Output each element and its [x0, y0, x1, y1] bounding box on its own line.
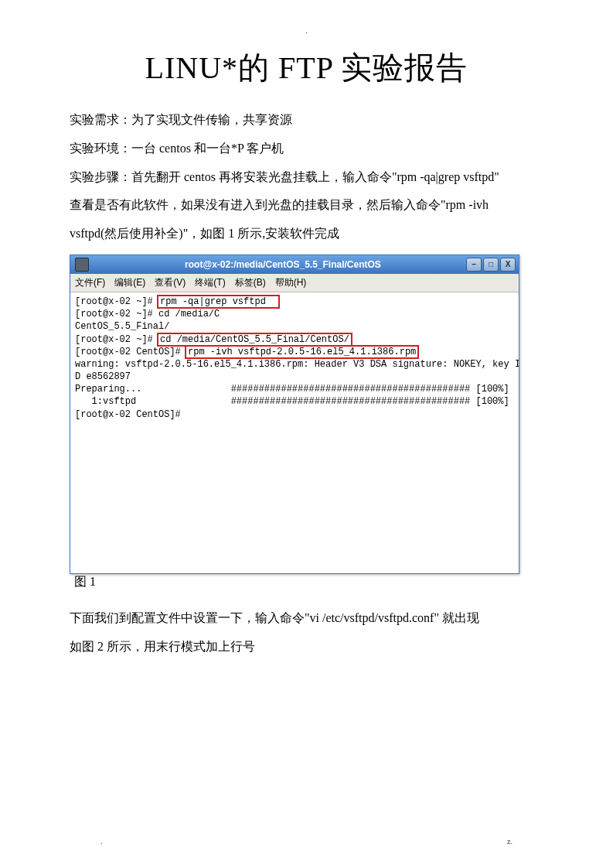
highlight-cmd-1: rpm -qa|grep vsftpd: [158, 296, 278, 307]
footer-dot: .: [100, 837, 103, 846]
term-line-9: 1:vsftpd ###############################…: [75, 396, 509, 407]
window-title: root@x-02:/media/CentOS_5.5_Final/CentOS: [94, 259, 519, 270]
menu-terminal[interactable]: 终端(T): [195, 276, 225, 289]
term-line-7: D e8562897: [75, 371, 131, 382]
page-title: LINU*的 FTP 实验报告: [70, 46, 543, 89]
top-marker: .: [305, 26, 308, 35]
para-config-line1: 下面我们到配置文件中设置一下，输入命令"vi /etc/vsftpd/vsftp…: [70, 604, 543, 633]
para-steps-line3: vsftpd(然后使用补全)"，如图 1 所示,安装软件完成: [70, 220, 543, 248]
term-line-2: [root@x-02 ~]# cd /media/C: [75, 309, 220, 320]
footer-z: z.: [507, 837, 513, 846]
figure-1-label: 图 1: [74, 574, 96, 590]
terminal-window: root@x-02:/media/CentOS_5.5_Final/CentOS…: [70, 255, 519, 574]
term-line-3: CentOS_5.5_Final/: [75, 321, 169, 332]
para-requirement: 实验需求：为了实现文件传输，共享资源: [70, 106, 543, 135]
term-line-10: [root@x-02 CentOS]#: [75, 409, 186, 420]
maximize-button[interactable]: □: [483, 258, 499, 272]
menubar: 文件(F) 编辑(E) 查看(V) 终端(T) 标签(B) 帮助(H): [70, 274, 519, 292]
para-steps-line1: 实验步骤：首先翻开 centos 再将安装光盘挂载上，输入命令"rpm -qa|…: [70, 163, 543, 192]
minimize-button[interactable]: –: [466, 258, 482, 272]
close-button[interactable]: X: [500, 258, 516, 272]
menu-tabs[interactable]: 标签(B): [235, 276, 266, 289]
term-line-1a: [root@x-02 ~]#: [75, 296, 158, 307]
para-steps-line2: 查看是否有此软件，如果没有进入到光盘的挂载目录，然后输入命令"rpm -ivh: [70, 191, 543, 220]
term-line-6: warning: vsftpd-2.0.5-16.el5_4.1.i386.rp…: [75, 359, 519, 370]
highlight-cmd-3: rpm -ivh vsftpd-2.0.5-16.el5_4.1.i386.rp…: [186, 347, 417, 357]
term-line-5a: [root@x-02 CentOS]#: [75, 347, 186, 357]
terminal-body[interactable]: [root@x-02 ~]# rpm -qa|grep vsftpd [root…: [70, 292, 519, 573]
para-config-line2: 如图 2 所示，用末行模式加上行号: [70, 633, 543, 661]
menu-edit[interactable]: 编辑(E): [114, 276, 145, 289]
terminal-icon: [75, 258, 89, 272]
term-line-8: Preparing... ###########################…: [75, 384, 509, 395]
para-environment: 实验环境：一台 centos 和一台*P 客户机: [70, 135, 543, 163]
term-line-4a: [root@x-02 ~]#: [75, 334, 158, 345]
highlight-cmd-2: cd /media/CentOS_5.5_Final/CentOS/: [158, 334, 351, 345]
menu-view[interactable]: 查看(V): [155, 276, 186, 289]
window-titlebar: root@x-02:/media/CentOS_5.5_Final/CentOS…: [70, 255, 519, 274]
menu-help[interactable]: 帮助(H): [275, 276, 307, 289]
menu-file[interactable]: 文件(F): [75, 276, 105, 289]
